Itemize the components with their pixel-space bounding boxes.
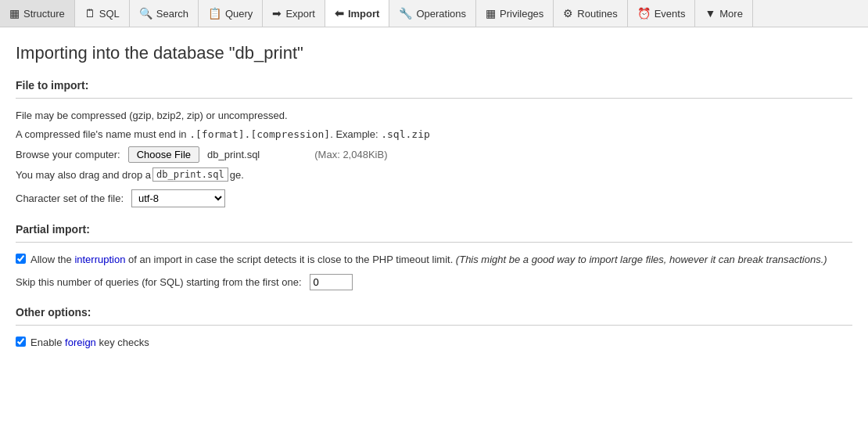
operations-icon: 🔧 — [399, 7, 412, 20]
query-icon: 📋 — [208, 7, 221, 20]
drag-drop-filename-tooltip: db_print.sql — [152, 167, 228, 182]
nav-item-import[interactable]: ⬅ Import — [325, 0, 389, 27]
file-section-divider — [16, 98, 852, 99]
interrupt-checkbox-label: Allow the interruption of an import in c… — [30, 252, 827, 268]
nav-label-export: Export — [285, 8, 315, 20]
nav-item-sql[interactable]: 🗒 SQL — [75, 0, 130, 27]
interrupt-label-italic: (This might be a good way to import larg… — [456, 254, 827, 265]
choose-file-button[interactable]: Choose File — [128, 146, 199, 163]
file-info-2-code: .[format].[compression] — [189, 128, 330, 140]
charset-row: Character set of the file: utf-8 utf-16 … — [16, 189, 852, 207]
nav-item-more[interactable]: ▼ More — [695, 0, 752, 27]
search-icon: 🔍 — [139, 7, 152, 20]
main-content: Importing into the database "db_print" F… — [0, 27, 868, 381]
interrupt-label-prefix: Allow the interruption of an import in c… — [30, 254, 456, 265]
foreign-key-checkbox[interactable] — [16, 337, 26, 347]
privileges-icon: ▦ — [486, 7, 496, 20]
nav-label-sql: SQL — [99, 8, 120, 20]
nav-label-structure: Structure — [23, 8, 65, 20]
file-section-header: File to import: — [16, 79, 852, 92]
other-options-header: Other options: — [16, 306, 852, 319]
interrupt-checkbox-row: Allow the interruption of an import in c… — [16, 252, 852, 268]
chosen-filename: db_print.sql — [207, 149, 260, 160]
export-icon: ➡ — [272, 7, 282, 20]
file-info-2-suffix: . Example: — [330, 128, 381, 140]
nav-label-privileges: Privileges — [500, 8, 543, 20]
nav-item-export[interactable]: ➡ Export — [263, 0, 325, 27]
nav-item-events[interactable]: ⏰ Events — [628, 0, 696, 27]
structure-icon: ▦ — [9, 7, 20, 20]
nav-item-structure[interactable]: ▦ Structure — [0, 0, 75, 27]
drag-drop-suffix: ge. — [230, 169, 244, 181]
file-section: File to import: File may be compressed (… — [16, 79, 852, 207]
routines-icon: ⚙ — [563, 7, 573, 20]
foreign-key-label: Enable foreign key checks — [30, 335, 149, 351]
foreign-key-checkbox-row: Enable foreign key checks — [16, 335, 852, 351]
nav-item-query[interactable]: 📋 Query — [199, 0, 263, 27]
max-size-label: (Max: 2,048KiB) — [314, 149, 387, 160]
page-title: Importing into the database "db_print" — [16, 43, 852, 63]
nav-item-routines[interactable]: ⚙ Routines — [554, 0, 627, 27]
nav-label-more: More — [719, 8, 743, 20]
browse-row: Browse your computer: Choose File db_pri… — [16, 146, 852, 163]
skip-input[interactable] — [310, 274, 353, 290]
other-options-divider — [16, 325, 852, 326]
events-icon: ⏰ — [637, 7, 651, 20]
browse-label: Browse your computer: — [16, 149, 120, 160]
partial-section-divider — [16, 242, 852, 243]
file-info-2: A compressed file's name must end in .[f… — [16, 127, 852, 142]
skip-row: Skip this number of queries (for SQL) st… — [16, 274, 852, 290]
skip-label: Skip this number of queries (for SQL) st… — [16, 276, 302, 288]
file-info-2-prefix: A compressed file's name must end in — [16, 128, 189, 140]
nav-item-search[interactable]: 🔍 Search — [130, 0, 199, 27]
partial-section: Partial import: Allow the interruption o… — [16, 223, 852, 290]
nav-label-import: Import — [348, 8, 379, 20]
more-icon: ▼ — [705, 7, 716, 20]
nav-label-search: Search — [156, 8, 188, 20]
charset-select[interactable]: utf-8 utf-16 latin1 ascii — [131, 189, 225, 207]
nav-label-query: Query — [225, 8, 253, 20]
drag-drop-prefix: You may also drag and drop a — [16, 169, 151, 181]
nav-item-operations[interactable]: 🔧 Operations — [389, 0, 476, 27]
nav-item-privileges[interactable]: ▦ Privileges — [476, 0, 554, 27]
nav-label-routines: Routines — [577, 8, 617, 20]
sql-icon: 🗒 — [84, 7, 95, 20]
nav-bar: ▦ Structure 🗒 SQL 🔍 Search 📋 Query ➡ Exp… — [0, 0, 868, 27]
other-options-section: Other options: Enable foreign key checks — [16, 306, 852, 351]
drag-drop-row: You may also drag and drop a db_print.sq… — [16, 167, 852, 182]
import-icon: ⬅ — [335, 7, 344, 20]
interrupt-checkbox[interactable] — [16, 254, 26, 264]
file-info-2-example: .sql.zip — [381, 128, 430, 140]
nav-label-events: Events — [655, 8, 686, 20]
charset-label: Character set of the file: — [16, 193, 124, 204]
nav-label-operations: Operations — [416, 8, 466, 20]
partial-section-header: Partial import: — [16, 223, 852, 236]
file-info-1: File may be compressed (gzip, bzip2, zip… — [16, 108, 852, 124]
